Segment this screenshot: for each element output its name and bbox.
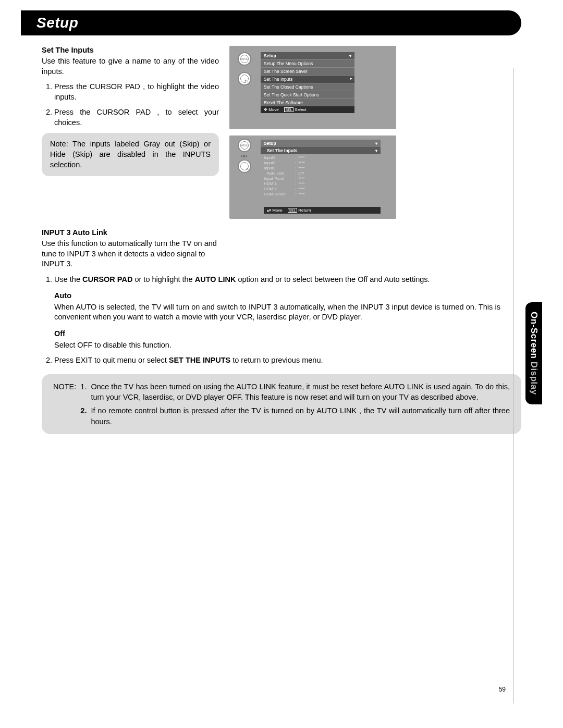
osd-menu-2: Setup▾ Set The Inputs▾ bbox=[261, 140, 381, 154]
off-text: Select OFF to disable this function. bbox=[54, 340, 500, 351]
content-area: Set The Inputs Use this feature to give … bbox=[21, 35, 521, 434]
note-text-1: Once the TV has been turned on using the… bbox=[91, 381, 510, 403]
menu-button-icon: MENU bbox=[238, 139, 251, 152]
autolink-step-2: Press EXIT to quit menu or select SET TH… bbox=[54, 355, 500, 366]
steps-list: Press the CURSOR PAD , to highlight the … bbox=[42, 82, 219, 128]
step-2: Press the CURSOR PAD , to select your ch… bbox=[54, 107, 219, 128]
section-title: Set The Inputs bbox=[42, 46, 219, 54]
note-number: 2. bbox=[80, 405, 87, 427]
auto-text: When AUTO is selected, the TV will turn … bbox=[54, 302, 500, 323]
note-box-wide: NOTE: 1. Once the TV has been turned on … bbox=[42, 374, 521, 434]
off-heading: Off bbox=[54, 329, 500, 339]
note-number: 1. bbox=[80, 381, 87, 403]
cursor-down-icon bbox=[238, 72, 251, 85]
or-label: OR bbox=[241, 154, 247, 158]
osd-panel-2: MENU OR Setup▾ Set The Inputs▾ Input1:**… bbox=[229, 135, 396, 219]
menu-button-icon: MENU bbox=[238, 52, 251, 66]
osd-item: Set The Closed Captions bbox=[261, 83, 354, 91]
osd-item: Reset The Software bbox=[261, 98, 354, 106]
page-number: 59 bbox=[499, 686, 506, 693]
osd-item: Setup The Menu Options bbox=[261, 59, 354, 67]
page-header: Setup bbox=[21, 10, 521, 35]
note-text-2: If no remote control button is pressed a… bbox=[91, 405, 510, 427]
osd-item: Set The Quick Start Options bbox=[261, 91, 354, 98]
page-root: Setup Set The Inputs Use this feature to… bbox=[21, 10, 542, 709]
osd-footer: ✥ Move SEL Select bbox=[261, 106, 354, 113]
section-set-the-inputs: Set The Inputs Use this feature to give … bbox=[42, 46, 500, 219]
osd-title: Setup▾ bbox=[261, 140, 381, 147]
section-intro: Use this feature to give a name to any o… bbox=[42, 56, 219, 77]
osd-title: Setup▾ bbox=[261, 52, 354, 59]
autolink-intro: Use this function to automatically turn … bbox=[42, 239, 219, 269]
osd-subtitle: Set The Inputs▾ bbox=[261, 147, 381, 154]
autolink-steps: Use the CURSOR PAD or to highlight the A… bbox=[42, 275, 500, 366]
osd-panel-1: MENU Setup▾ Setup The Menu Options Set T… bbox=[229, 46, 396, 129]
note-box: Note: The inputs labeled Gray out (Skip)… bbox=[42, 133, 219, 176]
osd-input-list: Input1:**** Input2:**** Input3:**** Auto… bbox=[264, 155, 305, 197]
section-title-autolink: INPUT 3 Auto Link bbox=[42, 228, 500, 237]
osd-footer: ▴▾ Move SEL Return bbox=[264, 207, 381, 214]
autolink-step-1: Use the CURSOR PAD or to highlight the A… bbox=[54, 275, 500, 350]
osd-item-highlighted: Set The Inputs bbox=[261, 75, 354, 83]
auto-heading: Auto bbox=[54, 291, 500, 301]
note-label: NOTE: bbox=[53, 381, 76, 403]
cursor-right-icon bbox=[238, 159, 251, 173]
osd-menu-1: Setup▾ Setup The Menu Options Set The Sc… bbox=[261, 52, 354, 113]
osd-item: Set The Screen Saver bbox=[261, 67, 354, 75]
side-tab: On-Screen Display bbox=[525, 302, 542, 404]
step-1: Press the CURSOR PAD , to highlight the … bbox=[54, 82, 219, 102]
vertical-rule bbox=[513, 68, 514, 704]
osd-column: MENU Setup▾ Setup The Menu Options Set T… bbox=[229, 46, 500, 219]
